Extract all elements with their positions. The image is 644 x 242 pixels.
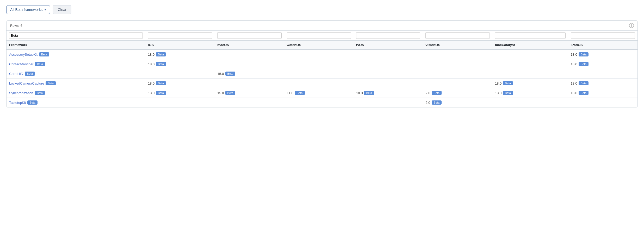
ios-version: 18.0 [148, 81, 154, 85]
maccatalyst-version: 18.0 [495, 81, 501, 85]
filter-label: All Beta frameworks [10, 8, 42, 12]
framework-cell: AccessorySetupKitBeta [9, 52, 143, 56]
tvos-badge: Beta [364, 91, 374, 95]
framework-badge: Beta [35, 62, 45, 66]
ipados-badge: Beta [579, 62, 589, 66]
ios-version: 18.0 [148, 91, 154, 95]
framework-link[interactable]: TabletopKit [9, 101, 26, 105]
framework-link[interactable]: LockedCameraCapture [9, 81, 44, 85]
col-header-macos: macOS [215, 41, 284, 50]
col-header-ios: iOS [145, 41, 215, 50]
ios-badge: Beta [156, 62, 166, 66]
visionos-filter-input[interactable] [425, 32, 490, 39]
ios-badge: Beta [156, 91, 166, 95]
macos-version-cell: 15.0Beta [217, 91, 281, 95]
filter-row [7, 31, 637, 41]
framework-cell: Core HIDBeta [9, 72, 143, 76]
frameworks-table: Framework iOS macOS watchOS tvOS visionO… [7, 31, 637, 107]
framework-badge: Beta [35, 91, 45, 95]
ipados-version: 18.0 [571, 91, 577, 95]
ios-filter-input[interactable] [148, 32, 212, 39]
framework-badge: Beta [27, 100, 38, 105]
framework-cell: SynchronizationBeta [9, 91, 143, 95]
clear-button[interactable]: Clear [53, 5, 71, 14]
frameworks-table-container: Rows: 6 ? Framework iOS macOS watchOS [6, 20, 638, 107]
maccatalyst-filter-input[interactable] [495, 32, 566, 39]
visionos-version: 2.0 [425, 91, 430, 95]
ipados-version-cell: 18.0Beta [571, 91, 635, 95]
framework-badge: Beta [39, 52, 49, 56]
framework-badge: Beta [25, 72, 35, 76]
macos-filter-input[interactable] [217, 32, 281, 39]
framework-link[interactable]: AccessorySetupKit [9, 53, 38, 56]
watchos-version-cell: 11.0Beta [287, 91, 351, 95]
macos-badge: Beta [225, 91, 236, 95]
rows-count: Rows: 6 [10, 24, 22, 28]
table-row: LockedCameraCaptureBeta18.0Beta18.0Beta1… [7, 79, 637, 88]
framework-link[interactable]: ContactProvider [9, 62, 33, 66]
tvos-version-cell: 18.0Beta [356, 91, 420, 95]
table-row: TabletopKitBeta2.0Beta [7, 98, 637, 107]
watchos-badge: Beta [295, 91, 305, 95]
ipados-version-cell: 18.0Beta [571, 62, 635, 66]
framework-cell: ContactProviderBeta [9, 62, 143, 66]
ios-version-cell: 18.0Beta [148, 62, 212, 66]
maccatalyst-badge: Beta [503, 91, 513, 95]
toolbar: All Beta frameworks ▾ Clear [6, 5, 638, 14]
table-row: SynchronizationBeta18.0Beta15.0Beta11.0B… [7, 88, 637, 98]
chevron-down-icon: ▾ [45, 8, 46, 11]
ios-version-cell: 18.0Beta [148, 52, 212, 56]
visionos-badge: Beta [432, 100, 442, 105]
ipados-version: 18.0 [571, 53, 577, 56]
ipados-version: 18.0 [571, 62, 577, 66]
watchos-version: 11.0 [287, 91, 293, 95]
tvos-filter-input[interactable] [356, 32, 420, 39]
macos-version-cell: 15.0Beta [217, 72, 281, 76]
filter-button[interactable]: All Beta frameworks ▾ [6, 5, 50, 14]
table-row: ContactProviderBeta18.0Beta18.0Beta [7, 59, 637, 69]
col-header-visionos: visionOS [423, 41, 492, 50]
ios-version-cell: 18.0Beta [148, 81, 212, 85]
table-row: AccessorySetupKitBeta18.0Beta18.0Beta [7, 49, 637, 59]
visionos-version-cell: 2.0Beta [425, 91, 490, 95]
visionos-version: 2.0 [425, 101, 430, 105]
header-row: Framework iOS macOS watchOS tvOS visionO… [7, 41, 637, 50]
ios-version-cell: 18.0Beta [148, 91, 212, 95]
macos-version: 15.0 [217, 72, 224, 76]
macos-badge: Beta [225, 72, 236, 76]
ios-badge: Beta [156, 81, 166, 85]
maccatalyst-version-cell: 18.0Beta [495, 81, 566, 85]
visionos-badge: Beta [432, 91, 442, 95]
framework-cell: LockedCameraCaptureBeta [9, 81, 143, 85]
ipados-version: 18.0 [571, 81, 577, 85]
tvos-version: 18.0 [356, 91, 363, 95]
maccatalyst-version-cell: 18.0Beta [495, 91, 566, 95]
macos-version: 15.0 [217, 91, 224, 95]
ipados-version-cell: 18.0Beta [571, 52, 635, 56]
ios-badge: Beta [156, 52, 166, 56]
col-header-maccatalyst: macCatalyst [492, 41, 568, 50]
col-header-tvos: tvOS [354, 41, 423, 50]
ipados-filter-input[interactable] [571, 32, 635, 39]
ios-version: 18.0 [148, 53, 154, 56]
framework-cell: TabletopKitBeta [9, 100, 143, 105]
framework-filter-input[interactable] [9, 32, 143, 39]
visionos-version-cell: 2.0Beta [425, 100, 490, 105]
watchos-filter-input[interactable] [287, 32, 351, 39]
maccatalyst-version: 18.0 [495, 91, 501, 95]
framework-badge: Beta [46, 81, 56, 85]
maccatalyst-badge: Beta [503, 81, 513, 85]
col-header-watchos: watchOS [284, 41, 354, 50]
framework-link[interactable]: Core HID [9, 72, 23, 76]
help-icon[interactable]: ? [629, 23, 634, 28]
ipados-badge: Beta [579, 91, 589, 95]
table-meta: Rows: 6 ? [7, 21, 637, 31]
ipados-badge: Beta [579, 52, 589, 56]
framework-link[interactable]: Synchronization [9, 91, 33, 95]
col-header-ipados: iPadOS [568, 41, 638, 50]
table-row: Core HIDBeta15.0Beta [7, 69, 637, 79]
ipados-version-cell: 18.0Beta [571, 81, 635, 85]
col-header-framework: Framework [7, 41, 145, 50]
ipados-badge: Beta [579, 81, 589, 85]
ios-version: 18.0 [148, 62, 154, 66]
